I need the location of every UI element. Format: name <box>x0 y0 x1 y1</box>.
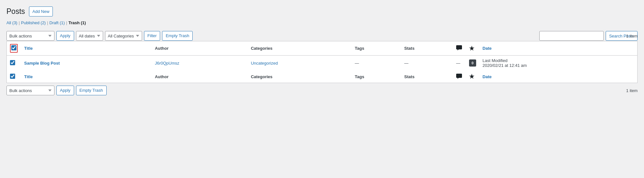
td-comment: — <box>453 56 466 71</box>
td-checkbox <box>7 56 21 71</box>
author-link[interactable]: J6r0QpUmsz <box>155 61 179 66</box>
top-area-left: All (3) | Published (2) | Draft (1) | Tr… <box>6 20 193 41</box>
item-count-bottom: 1 item <box>626 88 638 93</box>
th-author: Author <box>152 41 248 56</box>
all-categories-select[interactable]: All Categories <box>105 31 142 41</box>
search-area: Search Posts <box>539 31 638 41</box>
comment-footer-icon <box>456 74 462 79</box>
separator-2: | <box>47 20 48 25</box>
tags-value: — <box>355 61 359 66</box>
category-link[interactable]: Uncategorized <box>251 61 278 66</box>
item-count-top: 1 item <box>626 34 638 38</box>
tfoot-th-title-link[interactable]: Title <box>24 74 33 79</box>
page-header: Posts Add New <box>6 6 638 16</box>
tfoot-th-date-link[interactable]: Date <box>483 74 492 79</box>
star-badge: 0 <box>469 59 476 67</box>
bottom-toolbar: Bulk actions Delete Permanently Restore … <box>6 86 638 95</box>
select-all-checkbox[interactable] <box>11 45 16 50</box>
filter-link-trash-current: Trash (1) <box>68 20 86 25</box>
top-toolbar: Bulk actions Delete Permanently Restore … <box>6 31 193 41</box>
tfoot-th-stats: Stats <box>401 70 453 83</box>
tfoot-th-tags: Tags <box>351 70 401 83</box>
separator-3: | <box>66 20 67 25</box>
th-checkbox <box>7 41 21 56</box>
checkbox-header-wrapper <box>10 44 18 53</box>
stats-value: — <box>404 61 409 66</box>
th-title: Title <box>21 41 152 56</box>
page-title: Posts <box>6 7 25 16</box>
th-categories: Categories <box>248 41 352 56</box>
tfoot-th-comment <box>453 70 466 83</box>
table-header-row: Title Author Categories Tags Stats ★ Dat… <box>7 41 638 56</box>
td-title: Sample Blog Post <box>21 56 152 71</box>
star-header-icon: ★ <box>469 45 474 52</box>
th-date: Date <box>479 41 638 56</box>
filter-links: All (3) | Published (2) | Draft (1) | Tr… <box>6 20 193 25</box>
table-footer-row: Title Author Categories Tags Stats ★ Dat… <box>7 70 638 83</box>
post-title-link[interactable]: Sample Blog Post <box>24 61 60 66</box>
bulk-actions-select-bottom[interactable]: Bulk actions Delete Permanently Restore <box>6 86 54 95</box>
posts-table: Title Author Categories Tags Stats ★ Dat… <box>6 41 638 83</box>
date-modified-label: Last Modified <box>483 58 507 63</box>
empty-trash-button-bottom[interactable]: Empty Trash <box>76 86 107 95</box>
filter-link-published[interactable]: Published (2) <box>21 20 46 25</box>
td-categories: Uncategorized <box>248 56 352 71</box>
td-tags: — <box>351 56 401 71</box>
comment-value: — <box>456 61 460 66</box>
table-row: Sample Blog Post J6r0QpUmsz Uncategorize… <box>7 56 638 71</box>
td-star: 0 <box>466 56 479 71</box>
tfoot-th-star: ★ <box>466 70 479 83</box>
th-stats: Stats <box>401 41 453 56</box>
td-stats: — <box>401 56 453 71</box>
th-date-link[interactable]: Date <box>483 46 492 51</box>
star-footer-icon: ★ <box>469 73 474 80</box>
toolbar-left: Bulk actions Delete Permanently Restore … <box>6 31 193 41</box>
filter-link-draft[interactable]: Draft (1) <box>49 20 65 25</box>
th-star: ★ <box>466 41 479 56</box>
date-value: 2020/02/21 at 12:41 am <box>483 63 527 68</box>
row-checkbox-1[interactable] <box>10 60 15 65</box>
filter-link-all[interactable]: All (3) <box>6 20 17 25</box>
tfoot-th-author: Author <box>152 70 248 83</box>
select-all-footer-checkbox[interactable] <box>10 74 15 79</box>
table-wrapper: Title Author Categories Tags Stats ★ Dat… <box>6 41 638 83</box>
all-dates-select[interactable]: All dates <box>76 31 103 41</box>
add-new-button[interactable]: Add New <box>29 6 53 16</box>
filter-button[interactable]: Filter <box>144 31 160 41</box>
tfoot-th-date: Date <box>479 70 638 83</box>
search-input[interactable] <box>539 31 604 41</box>
tfoot-th-title: Title <box>21 70 152 83</box>
bottom-toolbar-left: Bulk actions Delete Permanently Restore … <box>6 86 107 95</box>
td-author: J6r0QpUmsz <box>152 56 248 71</box>
tfoot-th-checkbox <box>7 70 21 83</box>
tfoot-th-categories: Categories <box>248 70 352 83</box>
td-date: Last Modified 2020/02/21 at 12:41 am <box>479 56 638 71</box>
apply-button-bottom[interactable]: Apply <box>56 86 74 95</box>
th-comment <box>453 41 466 56</box>
th-tags: Tags <box>351 41 401 56</box>
separator-1: | <box>19 20 20 25</box>
apply-button-top[interactable]: Apply <box>56 31 74 41</box>
bulk-actions-select-top[interactable]: Bulk actions Delete Permanently Restore <box>6 31 54 41</box>
comment-header-icon <box>456 45 462 50</box>
th-title-link[interactable]: Title <box>24 46 33 51</box>
empty-trash-button-top[interactable]: Empty Trash <box>162 31 193 41</box>
